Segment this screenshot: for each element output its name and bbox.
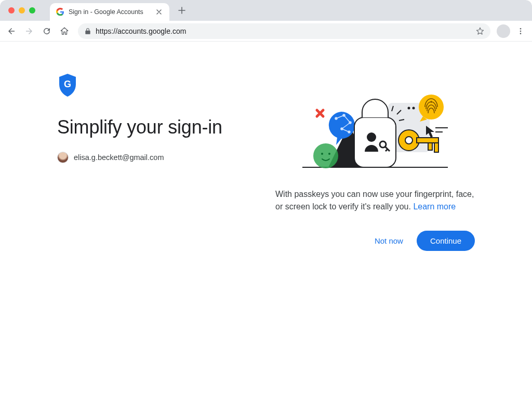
browser-toolbar: https://accounts.google.com xyxy=(0,21,532,42)
google-shield-logo: G xyxy=(57,73,78,98)
svg-rect-31 xyxy=(428,143,432,150)
svg-point-35 xyxy=(419,95,444,119)
account-chip[interactable]: elisa.g.beckett@gmail.com xyxy=(57,152,275,163)
svg-rect-20 xyxy=(354,117,396,167)
svg-point-9 xyxy=(321,153,323,155)
right-column: With passkeys you can now use your finge… xyxy=(275,73,475,251)
minimize-window-button[interactable] xyxy=(19,7,25,14)
left-column: G Simplify your sign-in elisa.g.beckett@… xyxy=(57,73,275,251)
not-now-button[interactable]: Not now xyxy=(366,231,411,250)
svg-point-8 xyxy=(313,143,338,168)
google-favicon xyxy=(56,8,64,16)
svg-point-10 xyxy=(328,153,330,155)
titlebar: Sign in - Google Accounts xyxy=(0,0,532,21)
svg-point-2 xyxy=(520,33,522,34)
action-row: Not now Continue xyxy=(275,231,475,251)
svg-point-0 xyxy=(520,28,522,30)
lock-icon xyxy=(84,28,91,35)
page-content: G Simplify your sign-in elisa.g.beckett@… xyxy=(0,42,532,251)
svg-point-7 xyxy=(413,107,415,110)
learn-more-link[interactable]: Learn more xyxy=(413,202,456,211)
home-button[interactable] xyxy=(57,24,72,38)
new-tab-button[interactable] xyxy=(175,3,189,18)
reload-button[interactable] xyxy=(39,24,54,38)
svg-point-6 xyxy=(408,107,410,110)
menu-button[interactable] xyxy=(513,24,528,38)
svg-rect-32 xyxy=(434,143,438,152)
account-email: elisa.g.beckett@gmail.com xyxy=(74,153,164,162)
url-text: https://accounts.google.com xyxy=(96,27,186,35)
address-bar[interactable]: https://accounts.google.com xyxy=(78,23,490,39)
svg-point-29 xyxy=(405,137,413,144)
close-tab-button[interactable] xyxy=(155,8,163,16)
page-title: Simplify your sign-in xyxy=(57,116,275,138)
svg-point-21 xyxy=(367,132,376,142)
description: With passkeys you can now use your finge… xyxy=(275,188,475,213)
continue-button[interactable]: Continue xyxy=(417,231,475,251)
close-window-button[interactable] xyxy=(8,7,15,14)
window-controls xyxy=(0,7,35,14)
back-button[interactable] xyxy=(4,24,19,38)
forward-button[interactable] xyxy=(22,24,36,38)
svg-text:G: G xyxy=(64,79,71,89)
tab-title: Sign in - Google Accounts xyxy=(69,8,155,16)
account-avatar xyxy=(57,152,69,163)
bookmark-star-icon[interactable] xyxy=(476,27,484,35)
svg-rect-30 xyxy=(417,138,438,143)
maximize-window-button[interactable] xyxy=(29,7,35,14)
svg-point-1 xyxy=(520,30,522,32)
browser-tab[interactable]: Sign in - Google Accounts xyxy=(50,3,169,21)
profile-avatar-button[interactable] xyxy=(497,24,510,38)
illustration xyxy=(275,73,475,177)
browser-chrome: Sign in - Google Accounts https://accoun… xyxy=(0,0,532,42)
